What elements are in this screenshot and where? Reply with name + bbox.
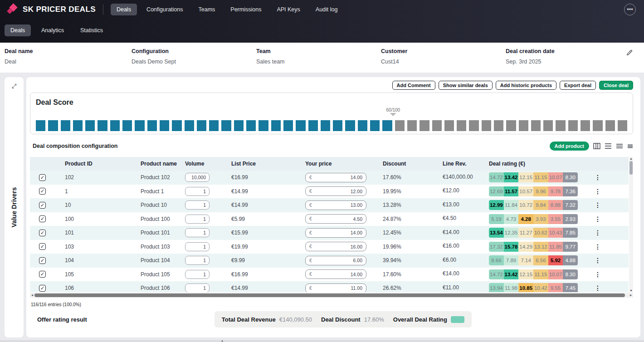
row-menu-icon[interactable]: ⋮	[595, 243, 601, 250]
rating-cell[interactable]: 8.30	[563, 269, 578, 279]
row-menu-icon[interactable]: ⋮	[595, 257, 601, 264]
volume-input[interactable]	[185, 270, 210, 279]
tab-deals[interactable]: Deals	[5, 24, 31, 36]
rating-cell-selected[interactable]: 13.42	[504, 172, 519, 182]
row-menu-icon[interactable]: ⋮	[595, 284, 601, 292]
show-similar-deals-button[interactable]: Show similar deals	[439, 81, 493, 90]
export-deal-button[interactable]: Export deal	[560, 81, 596, 90]
rating-cell[interactable]: 12.15	[518, 269, 533, 279]
volume-input[interactable]	[185, 283, 210, 292]
rating-cell[interactable]: 11.15	[533, 172, 548, 182]
rating-cell[interactable]: 10.43	[548, 228, 563, 238]
row-checkbox[interactable]: ✓	[39, 202, 46, 209]
rating-cell-selected[interactable]: 10.85	[518, 283, 533, 292]
your-price-input[interactable]: €	[305, 214, 366, 224]
rating-cell[interactable]: 12.35	[504, 228, 519, 238]
rating-cell[interactable]: 11.15	[533, 269, 548, 279]
rating-cell[interactable]: 9.84	[533, 200, 548, 210]
row-checkbox[interactable]: ✓	[39, 174, 46, 181]
price-value-field[interactable]	[312, 285, 362, 291]
rating-cell[interactable]: 4.88	[563, 255, 578, 265]
price-value-field[interactable]	[312, 216, 362, 222]
rating-cell[interactable]: 14.72	[489, 269, 504, 279]
rating-cell[interactable]: 4.73	[504, 214, 519, 224]
row-checkbox[interactable]: ✓	[39, 257, 46, 264]
rating-cell[interactable]: 5.19	[489, 214, 504, 224]
volume-input[interactable]	[185, 228, 210, 237]
rating-cell[interactable]: 14.29	[518, 242, 533, 252]
row-checkbox[interactable]: ✓	[39, 188, 46, 195]
rating-cell-selected[interactable]: 13.42	[504, 269, 519, 279]
rating-cell[interactable]: 8.88	[548, 200, 563, 210]
rating-cell[interactable]: 10.42	[533, 283, 548, 292]
price-value-field[interactable]	[312, 230, 362, 235]
rating-cell[interactable]: 2.93	[563, 214, 578, 224]
rating-cell[interactable]: 11.27	[518, 228, 533, 238]
your-price-input[interactable]: €	[305, 186, 366, 196]
rating-cell[interactable]: 9.77	[563, 242, 578, 252]
your-price-input[interactable]: €	[305, 242, 366, 251]
rating-cell[interactable]: 11.84	[504, 200, 519, 210]
rating-cell[interactable]: 10.62	[533, 228, 548, 238]
row-menu-icon[interactable]: ⋮	[595, 271, 601, 278]
rating-cell[interactable]: 9.55	[548, 283, 563, 292]
row-menu-icon[interactable]: ⋮	[595, 229, 601, 236]
rating-cell[interactable]: 9.96	[533, 186, 548, 196]
row-height-medium-icon[interactable]	[616, 143, 623, 149]
rating-cell[interactable]: 12.15	[518, 172, 533, 182]
add-product-button[interactable]: Add product	[550, 142, 589, 151]
rating-cell-selected[interactable]: 15.78	[504, 242, 519, 252]
rating-cell[interactable]: 3.93	[533, 214, 548, 224]
row-checkbox[interactable]: ✓	[39, 230, 46, 236]
row-menu-icon[interactable]: ⋮	[595, 174, 601, 181]
nav-item-configurations[interactable]: Configurations	[141, 4, 189, 15]
rating-cell-selected[interactable]: 13.54	[489, 228, 504, 238]
rating-cell[interactable]: 14.72	[489, 172, 504, 182]
row-menu-icon[interactable]: ⋮	[595, 215, 601, 223]
rating-cell[interactable]: 8.30	[563, 172, 578, 182]
price-value-field[interactable]	[312, 258, 362, 263]
row-height-large-icon[interactable]	[605, 143, 612, 149]
row-checkbox[interactable]: ✓	[39, 215, 46, 222]
rating-cell[interactable]: 10.57	[518, 186, 533, 196]
nav-item-deals[interactable]: Deals	[111, 4, 137, 15]
rating-cell[interactable]: 7.89	[504, 255, 519, 265]
price-value-field[interactable]	[312, 189, 362, 194]
scroll-left-icon[interactable]: ◂	[30, 293, 34, 297]
scroll-up-icon[interactable]: ▲	[629, 157, 633, 160]
rating-cell[interactable]: 7.85	[563, 228, 578, 238]
your-price-input[interactable]: €	[305, 200, 366, 210]
row-checkbox[interactable]: ✓	[39, 243, 46, 250]
columns-view-icon[interactable]	[593, 143, 600, 149]
rating-cell[interactable]: 7.32	[563, 200, 578, 210]
rating-cell[interactable]: 7.45	[563, 283, 578, 292]
row-menu-icon[interactable]: ⋮	[595, 188, 601, 195]
expand-panel-icon[interactable]: ⤢	[5, 83, 24, 90]
nav-item-teams[interactable]: Teams	[193, 4, 221, 15]
volume-input[interactable]	[185, 200, 210, 210]
rating-cell[interactable]: 12.69	[489, 186, 504, 196]
row-checkbox[interactable]: ✓	[39, 285, 46, 292]
add-historic-products-button[interactable]: Add historic products	[496, 81, 556, 90]
volume-input[interactable]	[185, 215, 210, 224]
rating-cell[interactable]: 13.12	[533, 242, 548, 252]
vertical-scrollbar[interactable]: ▲ ▼	[629, 157, 633, 292]
more-menu-button[interactable]: •••	[624, 4, 636, 15]
rating-cell[interactable]: 8.66	[489, 255, 504, 265]
edit-deal-icon[interactable]	[626, 49, 639, 73]
your-price-input[interactable]: €	[305, 228, 366, 238]
tab-analytics[interactable]: Analytics	[35, 24, 70, 36]
rating-cell[interactable]: 17.32	[489, 242, 504, 252]
rating-cell[interactable]: 3.55	[548, 214, 563, 224]
rating-cell-selected[interactable]: 5.92	[548, 255, 563, 265]
your-price-input[interactable]: €	[305, 269, 366, 279]
volume-input[interactable]	[185, 187, 210, 196]
horizontal-scroll-thumb[interactable]	[34, 293, 625, 297]
price-value-field[interactable]	[312, 272, 362, 277]
price-value-field[interactable]	[312, 244, 362, 249]
rating-cell-selected[interactable]: 11.57	[504, 186, 519, 196]
rating-cell[interactable]: 10.07	[548, 269, 563, 279]
scroll-down-icon[interactable]: ▼	[629, 289, 633, 292]
volume-input[interactable]	[185, 256, 210, 265]
rating-cell[interactable]: 6.56	[533, 255, 548, 265]
